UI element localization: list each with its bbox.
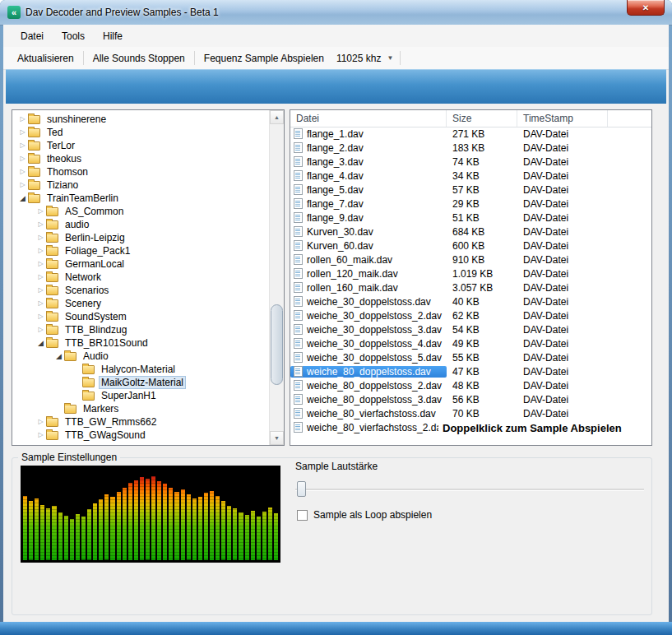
file-name-cell[interactable]: weiche_80_doppelstoss_3.dav	[290, 394, 447, 406]
file-row-weiche-80-doppelstoss-dav[interactable]: weiche_80_doppelstoss.dav47 KBDAV-Datei	[290, 364, 651, 378]
tree-item-maikgoltz-material[interactable]: MaikGoltz-Material	[12, 376, 270, 389]
file-row-flange-4-dav[interactable]: flange_4.dav34 KBDAV-Datei	[290, 169, 651, 183]
file-name-cell[interactable]: flange_2.dav	[290, 142, 447, 154]
file-name-cell[interactable]: weiche_80_doppelstoss_2.dav	[290, 380, 447, 392]
file-row-weiche-80-doppelstoss-3-dav[interactable]: weiche_80_doppelstoss_3.dav56 KBDAV-Date…	[290, 392, 651, 406]
expand-arrow-icon[interactable]: ▷	[35, 244, 46, 257]
expand-arrow-icon[interactable]: ▷	[17, 152, 28, 165]
tree-item-ttb-gwagsound[interactable]: ▷TTB_GWagSound	[12, 429, 270, 442]
expand-arrow-icon[interactable]: ▷	[35, 205, 46, 218]
file-name-cell[interactable]: rollen_60_maik.dav	[290, 254, 447, 266]
toolbar-button-aktualisieren[interactable]: Aktualisieren	[10, 50, 81, 67]
file-row-weiche-30-doppelstoss-dav[interactable]: weiche_30_doppelstoss.dav40 KBDAV-Datei	[290, 294, 651, 308]
tree-item-scenery[interactable]: ▷Scenery	[12, 297, 270, 310]
expand-arrow-icon[interactable]: ▷	[17, 126, 28, 139]
tree-scrollbar[interactable]: ▲ ▼	[269, 110, 284, 445]
loop-checkbox[interactable]	[297, 510, 308, 521]
tree-item-superjanh1[interactable]: SuperJanH1	[12, 389, 270, 402]
expand-arrow-icon[interactable]: ▷	[35, 415, 46, 429]
volume-slider[interactable]	[295, 480, 644, 498]
tree-item-germanlocal[interactable]: ▷GermanLocal	[12, 257, 270, 271]
file-row-flange-2-dav[interactable]: flange_2.dav183 KBDAV-Datei	[290, 141, 651, 155]
file-name-cell[interactable]: flange_7.dav	[290, 198, 447, 210]
close-button[interactable]: ✕	[627, 0, 665, 16]
tree-item-tiziano[interactable]: ▷Tiziano	[12, 178, 270, 192]
slider-thumb[interactable]	[297, 481, 306, 497]
expand-arrow-icon[interactable]: ▷	[35, 271, 46, 284]
expand-arrow-icon[interactable]: ▷	[17, 178, 28, 192]
file-name-cell[interactable]: weiche_80_vierfachstoss_2.dav	[290, 422, 447, 433]
file-name-cell[interactable]: weiche_30_doppelstoss_4.dav	[290, 338, 447, 350]
column-header-timestamp[interactable]: TimeStamp	[517, 110, 608, 127]
expand-arrow-icon[interactable]: ▷	[35, 323, 46, 336]
file-row-flange-9-dav[interactable]: flange_9.dav51 KBDAV-Datei	[290, 211, 651, 225]
tree-item-network[interactable]: ▷Network	[12, 271, 270, 284]
tree-item-ttb-br101sound[interactable]: ◢TTB_BR101Sound	[12, 336, 270, 350]
toolbar-button-fequenz-sample-abspielen[interactable]: Fequenz Sample Abspielen	[197, 50, 331, 67]
tree-item-ttb-blindzug[interactable]: ▷TTB_Blindzug	[12, 323, 270, 336]
tree-item-foliage-pack1[interactable]: ▷Foliage_Pack1	[12, 244, 270, 257]
file-row-weiche-30-doppelstoss-5-dav[interactable]: weiche_30_doppelstoss_5.dav55 KBDAV-Date…	[290, 350, 651, 364]
file-row-flange-5-dav[interactable]: flange_5.dav57 KBDAV-Datei	[290, 183, 651, 197]
file-row-weiche-80-vierfachstoss-dav[interactable]: weiche_80_vierfachstoss.dav70 KBDAV-Date…	[290, 406, 651, 420]
expand-arrow-icon[interactable]: ▷	[17, 113, 28, 126]
scroll-thumb[interactable]	[271, 304, 283, 385]
tree-item-scenarios[interactable]: ▷Scenarios	[12, 284, 270, 297]
file-name-cell[interactable]: weiche_30_doppelstoss_5.dav	[290, 352, 447, 364]
tree-item-audio[interactable]: ◢Audio	[12, 350, 270, 363]
file-name-cell[interactable]: weiche_30_doppelstoss.dav	[290, 296, 447, 308]
expand-arrow-icon[interactable]: ▷	[17, 165, 28, 178]
tree-item-as-common[interactable]: ▷AS_Common	[12, 205, 270, 218]
file-row-rollen-160-maik-dav[interactable]: rollen_160_maik.dav3.057 KBDAV-Datei	[290, 280, 651, 294]
file-name-cell[interactable]: weiche_80_doppelstoss.dav	[290, 366, 447, 378]
menu-tools[interactable]: Tools	[53, 27, 94, 45]
collapse-arrow-icon[interactable]: ◢	[53, 350, 64, 363]
tree-item-thomson[interactable]: ▷Thomson	[12, 165, 270, 178]
expand-arrow-icon[interactable]: ▷	[35, 218, 46, 231]
tree-item-markers[interactable]: Markers	[12, 402, 270, 415]
file-name-cell[interactable]: rollen_160_maik.dav	[290, 282, 447, 294]
file-name-cell[interactable]: weiche_80_vierfachstoss.dav	[290, 408, 447, 419]
tree-item-ttb-gw-rmms662[interactable]: ▷TTB_GW_Rmms662	[12, 415, 270, 429]
scroll-down-button[interactable]: ▼	[270, 431, 284, 445]
file-row-kurven-30-dav[interactable]: Kurven_30.dav684 KBDAV-Datei	[290, 225, 651, 239]
tree-item-soundsystem[interactable]: ▷SoundSystem	[12, 310, 270, 323]
file-name-cell[interactable]: flange_5.dav	[290, 184, 447, 196]
file-name-cell[interactable]: Kurven_60.dav	[290, 240, 447, 252]
title-bar[interactable]: « Dav Decoder and Preview Samples - Beta…	[0, 0, 672, 25]
tree-item-ted[interactable]: ▷Ted	[12, 126, 270, 139]
tree-item-trainteamberlin[interactable]: ◢TrainTeamBerlin	[12, 192, 270, 205]
file-row-weiche-30-doppelstoss-4-dav[interactable]: weiche_30_doppelstoss_4.dav49 KBDAV-Date…	[290, 336, 651, 350]
tree-item-sunshinerene[interactable]: ▷sunshinerene	[12, 113, 270, 126]
tree-item-terlor[interactable]: ▷TerLor	[12, 139, 270, 152]
file-name-cell[interactable]: flange_4.dav	[290, 170, 447, 182]
toolbar-button-alle-sounds-stoppen[interactable]: Alle Sounds Stoppen	[86, 50, 192, 67]
file-name-cell[interactable]: flange_3.dav	[290, 156, 447, 168]
expand-arrow-icon[interactable]: ▷	[35, 284, 46, 297]
column-header-datei[interactable]: Datei	[290, 110, 447, 127]
menu-hilfe[interactable]: Hilfe	[94, 27, 132, 45]
collapse-arrow-icon[interactable]: ◢	[35, 336, 46, 350]
file-name-cell[interactable]: weiche_30_doppelstoss_2.dav	[290, 310, 447, 322]
tree-item-audio[interactable]: ▷audio	[12, 218, 270, 231]
tree-item-berlin-leipzig[interactable]: ▷Berlin-Leipzig	[12, 231, 270, 244]
file-row-flange-3-dav[interactable]: flange_3.dav74 KBDAV-Datei	[290, 155, 651, 169]
tree-item-theokus[interactable]: ▷theokus	[12, 152, 270, 165]
collapse-arrow-icon[interactable]: ◢	[17, 192, 28, 205]
scroll-up-button[interactable]: ▲	[270, 110, 284, 124]
menu-datei[interactable]: Datei	[12, 27, 53, 45]
file-row-flange-7-dav[interactable]: flange_7.dav29 KBDAV-Datei	[290, 197, 651, 211]
frequency-combobox[interactable]: 11025 khz ▼	[331, 51, 398, 66]
file-row-flange-1-dav[interactable]: flange_1.dav271 KBDAV-Datei	[290, 127, 651, 141]
file-row-rollen-120-maik-dav[interactable]: rollen_120_maik.dav1.019 KBDAV-Datei	[290, 267, 651, 280]
dropdown-arrow-icon[interactable]: ▼	[387, 54, 393, 62]
file-row-kurven-60-dav[interactable]: Kurven_60.dav600 KBDAV-Datei	[290, 239, 651, 253]
file-row-weiche-30-doppelstoss-2-dav[interactable]: weiche_30_doppelstoss_2.dav62 KBDAV-Date…	[290, 308, 651, 322]
expand-arrow-icon[interactable]: ▷	[17, 139, 28, 152]
slider-track[interactable]	[295, 489, 644, 491]
tree-item-halycon-material[interactable]: Halycon-Material	[12, 363, 270, 376]
file-row-weiche-80-doppelstoss-2-dav[interactable]: weiche_80_doppelstoss_2.dav48 KBDAV-Date…	[290, 378, 651, 392]
expand-arrow-icon[interactable]: ▷	[35, 429, 46, 442]
expand-arrow-icon[interactable]: ▷	[35, 297, 46, 310]
expand-arrow-icon[interactable]: ▷	[35, 231, 46, 244]
